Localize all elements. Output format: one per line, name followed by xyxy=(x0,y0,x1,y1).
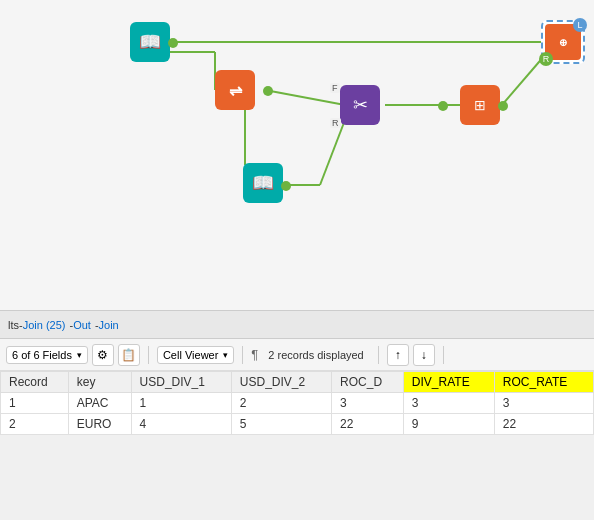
fields-selector[interactable]: 6 of 6 Fields ▾ xyxy=(6,346,88,364)
down-arrow-icon: ↓ xyxy=(421,348,427,362)
cell-div_rate[interactable]: 3 xyxy=(403,393,494,414)
fields-dropdown-arrow: ▾ xyxy=(77,350,82,360)
data-table: Record key USD_DIV_1 USD_DIV_2 ROC_D DIV… xyxy=(0,371,594,435)
records-displayed: 2 records displayed xyxy=(268,349,363,361)
toolbar: 6 of 6 Fields ▾ ⚙ 📋 Cell Viewer ▾ ¶ 2 re… xyxy=(0,339,594,371)
toolbar-separator4 xyxy=(443,346,444,364)
settings-icon: ⚙ xyxy=(97,348,108,362)
results-prefix: lts xyxy=(8,319,19,331)
table-header-row: Record key USD_DIV_1 USD_DIV_2 ROC_D DIV… xyxy=(1,372,594,393)
cell-usd_div_1[interactable]: 4 xyxy=(131,414,231,435)
sort-down-btn[interactable]: ↓ xyxy=(413,344,435,366)
cell-roc_rate[interactable]: 3 xyxy=(494,393,593,414)
book2-icon: 📖 xyxy=(252,172,274,194)
cell-record[interactable]: 2 xyxy=(1,414,69,435)
table-row: 1APAC12333 xyxy=(1,393,594,414)
node-transform[interactable]: ⇌ xyxy=(215,70,255,110)
cell-key[interactable]: APAC xyxy=(68,393,131,414)
connector-n5-right xyxy=(281,181,291,191)
fields-label: 6 of 6 Fields xyxy=(12,349,72,361)
cell-usd_div_2[interactable]: 2 xyxy=(231,393,331,414)
results-link-join25[interactable]: Join (25) xyxy=(23,319,66,331)
transform-icon: ⇌ xyxy=(229,81,242,100)
connector-n3-right xyxy=(438,101,448,111)
cell-roc_d[interactable]: 3 xyxy=(332,393,404,414)
connector-n1-right xyxy=(168,38,178,48)
up-arrow-icon: ↑ xyxy=(395,348,401,362)
join-inner: ⊕ L R xyxy=(545,24,581,60)
badge-l: L xyxy=(573,18,587,32)
sort-up-btn[interactable]: ↑ xyxy=(387,344,409,366)
toolbar-separator3 xyxy=(378,346,379,364)
connector-n4-right xyxy=(498,101,508,111)
col-div-rate: DIV_RATE xyxy=(403,372,494,393)
node-formula[interactable]: ✂ xyxy=(340,85,380,125)
f-label: F xyxy=(330,83,340,93)
cell-viewer-arrow: ▾ xyxy=(223,350,228,360)
cell-viewer-label: Cell Viewer xyxy=(163,349,218,361)
cell-usd_div_2[interactable]: 5 xyxy=(231,414,331,435)
table-icon: ⊞ xyxy=(474,97,486,113)
col-usd-div-1: USD_DIV_1 xyxy=(131,372,231,393)
cell-div_rate[interactable]: 9 xyxy=(403,414,494,435)
results-bar: lts - Join (25) - Out - Join xyxy=(0,311,594,339)
node-book2[interactable]: 📖 xyxy=(243,163,283,203)
cell-roc_d[interactable]: 22 xyxy=(332,414,404,435)
copy-btn[interactable]: 📋 xyxy=(118,344,140,366)
node-join[interactable]: ⊕ L R xyxy=(541,20,585,64)
r-label: R xyxy=(330,118,341,128)
scissors-icon: ✂ xyxy=(353,94,368,116)
copy-icon: 📋 xyxy=(121,348,136,362)
results-panel: lts - Join (25) - Out - Join 6 of 6 Fiel… xyxy=(0,310,594,435)
cell-usd_div_1[interactable]: 1 xyxy=(131,393,231,414)
svg-line-7 xyxy=(502,55,545,105)
join-icon: ⊕ xyxy=(559,37,567,48)
node-input-book[interactable]: 📖 xyxy=(130,22,170,62)
cell-key[interactable]: EURO xyxy=(68,414,131,435)
book-icon: 📖 xyxy=(139,31,161,53)
results-link-out[interactable]: Out xyxy=(73,319,91,331)
settings-btn[interactable]: ⚙ xyxy=(92,344,114,366)
col-roc-rate: ROC_RATE xyxy=(494,372,593,393)
connector-n2-right xyxy=(263,86,273,96)
cell-record[interactable]: 1 xyxy=(1,393,69,414)
toolbar-separator2 xyxy=(242,346,243,364)
svg-line-5 xyxy=(320,120,345,185)
toolbar-separator1 xyxy=(148,346,149,364)
connection-lines xyxy=(0,0,594,310)
table-row: 2EURO4522922 xyxy=(1,414,594,435)
pipe-icon: ¶ xyxy=(251,347,258,362)
col-usd-div-2: USD_DIV_2 xyxy=(231,372,331,393)
col-key: key xyxy=(68,372,131,393)
cell-viewer-selector[interactable]: Cell Viewer ▾ xyxy=(157,346,234,364)
col-record: Record xyxy=(1,372,69,393)
badge-r: R xyxy=(539,52,553,66)
node-select[interactable]: ⊞ xyxy=(460,85,500,125)
workflow-canvas: 📖 ⇌ ✂ F R ⊞ 📖 ⊕ L R xyxy=(0,0,594,310)
cell-roc_rate[interactable]: 22 xyxy=(494,414,593,435)
table-container: Record key USD_DIV_1 USD_DIV_2 ROC_D DIV… xyxy=(0,371,594,435)
results-link-join[interactable]: Join xyxy=(99,319,119,331)
col-roc-d: ROC_D xyxy=(332,372,404,393)
